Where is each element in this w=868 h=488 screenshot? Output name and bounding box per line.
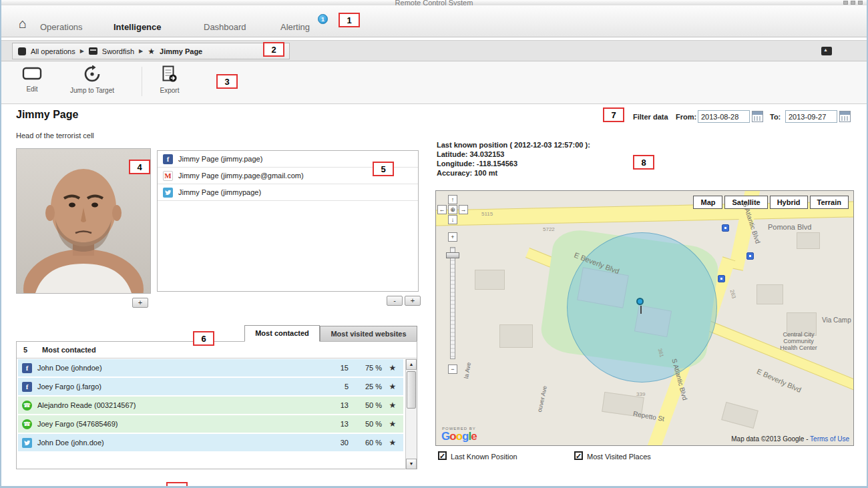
transit-icon	[746, 252, 754, 260]
road-number: 5115	[481, 211, 493, 217]
account-row[interactable]: Jimmy Page (jimmypage)	[158, 184, 418, 201]
home-icon[interactable]: ⌂	[19, 16, 27, 31]
street-label: ouver Ave	[536, 385, 548, 413]
facebook-icon: f	[22, 382, 32, 392]
street-label: Pomona Blvd	[768, 223, 811, 231]
remove-account-button[interactable]: -	[387, 296, 403, 306]
target-star-icon: ★	[148, 47, 155, 56]
add-account-button[interactable]: +	[405, 296, 421, 306]
breadcrumb-jimmy-page[interactable]: Jimmy Page	[160, 47, 202, 55]
nav-operations[interactable]: Operations	[40, 22, 83, 32]
table-row[interactable]: ☎ Alejandro Reade (003214567) 13 50 % ★	[18, 397, 403, 414]
last-known-position-checkbox[interactable]: ✓	[438, 451, 447, 460]
pan-center-icon[interactable]: ⊕	[448, 205, 457, 214]
callout-9	[166, 482, 188, 488]
chevron-right-icon: ▶	[139, 48, 143, 54]
table-row[interactable]: ☎ Joey Fargo (547685469) 13 50 % ★	[18, 415, 403, 433]
jump-to-target-button[interactable]: Jump to Target	[67, 65, 118, 94]
application-window: Remote Control System ⌂ Operations Intel…	[0, 0, 868, 488]
street-label: E Beverly Blvd	[756, 367, 803, 394]
edit-button[interactable]: Edit	[16, 65, 48, 93]
callout-3: 3	[216, 74, 238, 89]
pan-down-icon[interactable]: ↓	[448, 215, 457, 224]
table-scrollbar[interactable]: ▲ ▼	[405, 359, 417, 469]
favorite-star-icon[interactable]: ★	[382, 363, 403, 373]
calendar-to-icon[interactable]	[839, 111, 851, 122]
contact-count: 13	[326, 401, 349, 409]
logo-letter: G	[441, 430, 449, 443]
table-header: 5 Most contacted	[17, 342, 417, 358]
last-known-position-line: Last known position ( 2012-12-03 12:57:0…	[437, 141, 590, 149]
most-visited-places-checkbox[interactable]: ✓	[574, 451, 583, 460]
zoom-slider[interactable]	[450, 247, 455, 359]
table-row[interactable]: John Doe (john.doe) 30 60 % ★	[18, 434, 403, 451]
nav-alerting[interactable]: Alerting	[280, 22, 310, 32]
table-row[interactable]: f John Doe (johndoe) 15 75 % ★	[18, 359, 403, 377]
table-row[interactable]: f Joey Fargo (j.fargo) 5 25 % ★	[18, 378, 403, 395]
page-title: Jimmy Page	[16, 109, 78, 121]
maximize-icon[interactable]	[851, 1, 855, 5]
position-pin-head[interactable]	[636, 298, 644, 305]
map[interactable]: ↑ ← ⊕ → ↓ + − Map Satellite Hybrid Terra…	[435, 190, 854, 446]
scroll-down-icon[interactable]: ▼	[406, 459, 417, 469]
map-type-hybrid[interactable]: Hybrid	[770, 196, 808, 209]
pan-right-icon[interactable]: →	[459, 205, 468, 214]
close-icon[interactable]	[858, 1, 863, 5]
logo-letter: o	[456, 430, 462, 443]
map-type-map[interactable]: Map	[693, 196, 722, 209]
window-titlebar: Remote Control System	[1, 0, 867, 5]
zoom-in-button[interactable]: +	[448, 232, 457, 242]
tab-most-contacted[interactable]: Most contacted	[244, 325, 320, 342]
favorite-star-icon[interactable]: ★	[382, 438, 403, 447]
contact-percent: 50 %	[349, 401, 382, 409]
zoom-slider-thumb[interactable]	[446, 252, 459, 258]
scroll-up-icon[interactable]: ▲	[406, 359, 417, 370]
export-button[interactable]: Export	[152, 65, 187, 94]
pan-left-icon[interactable]: ←	[437, 205, 447, 214]
tab-most-visited-websites[interactable]: Most visited websites	[320, 326, 417, 342]
pan-up-icon[interactable]: ↑	[448, 195, 457, 204]
minimize-icon[interactable]	[843, 1, 848, 5]
breadcrumb: All operations ▶ Swordfish ▶ ★ Jimmy Pag…	[12, 43, 290, 59]
toolbar: Edit Jump to Target Export	[1, 61, 867, 104]
nav-intelligence[interactable]: Intelligence	[114, 22, 162, 32]
nav-dashboard[interactable]: Dashboard	[204, 22, 246, 32]
contact-count: 13	[326, 420, 349, 428]
map-type-terrain[interactable]: Terrain	[810, 196, 849, 209]
date-from-input[interactable]	[698, 110, 750, 123]
google-logo[interactable]: Google	[441, 430, 477, 443]
position-pin	[640, 306, 642, 314]
map-type-buttons: Map Satellite Hybrid Terrain	[693, 196, 849, 209]
accuracy-line: Accuracy: 100 mt	[437, 169, 497, 177]
contact-name: Alejandro Reade (003214567)	[37, 401, 326, 409]
photos-view-icon[interactable]	[821, 47, 832, 55]
building	[797, 232, 820, 249]
window-title: Remote Control System	[395, 0, 473, 5]
date-to-input[interactable]	[785, 110, 837, 123]
favorite-star-icon[interactable]: ★	[382, 401, 403, 410]
scrollbar-thumb[interactable]	[407, 371, 416, 409]
latitude-line: Latitude: 34.032153	[437, 150, 505, 158]
toolbar-separator	[142, 67, 142, 96]
contact-name: Joey Fargo (547685469)	[37, 420, 326, 428]
jump-to-target-icon	[83, 73, 101, 85]
breadcrumb-swordfish[interactable]: Swordfish	[102, 47, 134, 55]
contact-percent: 50 %	[349, 420, 382, 428]
facebook-icon: f	[22, 363, 32, 373]
last-known-position-label: Last Known Position	[451, 453, 517, 461]
add-photo-button[interactable]: +	[132, 298, 148, 308]
zoom-out-button[interactable]: −	[448, 364, 457, 374]
callout-5: 5	[373, 162, 394, 176]
twitter-icon	[22, 438, 32, 448]
twitter-icon	[163, 188, 173, 198]
facebook-icon: f	[163, 154, 173, 164]
terms-of-use-link[interactable]: Terms of Use	[810, 435, 849, 443]
callout-7: 7	[603, 107, 624, 122]
callout-1: 1	[339, 13, 360, 27]
favorite-star-icon[interactable]: ★	[382, 382, 403, 391]
logo-letter: e	[471, 430, 476, 443]
logo-letter: g	[462, 430, 468, 443]
breadcrumb-all-operations[interactable]: All operations	[31, 47, 75, 55]
calendar-from-icon[interactable]	[752, 111, 763, 122]
favorite-star-icon[interactable]: ★	[382, 419, 403, 429]
